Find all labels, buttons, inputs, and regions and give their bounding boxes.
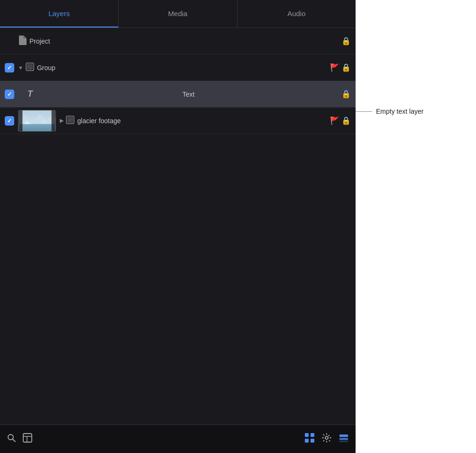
layers-panel: Layers Media Audio Project 🔒: [0, 0, 356, 453]
svg-rect-23: [339, 441, 348, 442]
layer-row-group[interactable]: ▼ Group 🚩 🔒: [0, 54, 356, 81]
svg-point-20: [325, 436, 328, 439]
footage-group-icon: [66, 116, 74, 126]
svg-rect-16: [305, 433, 309, 437]
tab-layers[interactable]: Layers: [0, 0, 119, 27]
text-layer-label: Text: [36, 91, 341, 98]
svg-rect-10: [67, 117, 73, 123]
annotation-connector: Empty text layer: [356, 108, 476, 115]
toolbar-right: [304, 433, 349, 445]
svg-rect-4: [19, 124, 55, 131]
annotation-text: Empty text layer: [376, 108, 423, 115]
svg-rect-8: [52, 110, 55, 131]
glacier-checkbox[interactable]: [5, 116, 14, 126]
toolbar-left: [7, 433, 32, 445]
tab-media[interactable]: Media: [119, 0, 237, 27]
layer-row-text[interactable]: T Text 🔒: [0, 81, 356, 108]
svg-rect-19: [311, 439, 314, 443]
svg-rect-7: [19, 110, 23, 131]
lock-icon[interactable]: 🔒: [341, 90, 351, 99]
layout-icon[interactable]: [23, 433, 32, 445]
group-label: Group: [37, 64, 330, 72]
svg-rect-1: [27, 64, 33, 70]
group-checkbox[interactable]: [5, 63, 14, 72]
grid-icon[interactable]: [304, 433, 315, 445]
svg-rect-18: [305, 439, 309, 443]
svg-rect-17: [311, 433, 314, 437]
group-actions: 🚩 🔒: [330, 63, 351, 72]
glacier-footage-label: glacier footage: [77, 117, 330, 125]
bottom-toolbar: [0, 425, 356, 453]
tab-audio[interactable]: Audio: [238, 0, 356, 27]
text-type-icon: T: [27, 89, 33, 99]
tab-bar: Layers Media Audio: [0, 0, 356, 28]
project-actions: 🔒: [341, 36, 351, 45]
svg-rect-13: [23, 434, 32, 442]
glacier-thumbnail: [18, 110, 56, 132]
project-label: Project: [29, 37, 341, 45]
svg-rect-21: [339, 435, 348, 437]
svg-rect-22: [339, 438, 348, 440]
flag-icon[interactable]: 🚩: [330, 63, 339, 72]
text-actions: 🔒: [341, 90, 351, 99]
layer-row-project[interactable]: Project 🔒: [0, 28, 356, 54]
lock-icon[interactable]: 🔒: [341, 116, 351, 125]
svg-line-12: [13, 439, 15, 442]
search-icon[interactable]: [7, 433, 16, 445]
lock-icon[interactable]: 🔒: [341, 36, 351, 45]
glacier-actions: 🚩 🔒: [330, 116, 351, 125]
svg-point-11: [8, 435, 13, 440]
layers-stack-icon[interactable]: [339, 433, 349, 445]
layer-row-glacier-footage[interactable]: ▶ glacier footage 🚩 🔒: [0, 108, 356, 134]
expand-group-arrow[interactable]: ▼: [18, 65, 23, 71]
lock-icon[interactable]: 🔒: [341, 63, 351, 72]
annotation-line: [356, 111, 372, 112]
group-icon: [26, 63, 34, 73]
flag-icon[interactable]: 🚩: [330, 116, 339, 125]
annotation-area: Empty text layer: [356, 92, 476, 130]
layers-list: Project 🔒 ▼ Group 🚩 🔒: [0, 28, 356, 425]
expand-footage-arrow[interactable]: ▶: [60, 118, 64, 124]
gear-icon[interactable]: [321, 433, 332, 445]
text-checkbox[interactable]: [5, 90, 14, 99]
document-icon: [18, 36, 27, 47]
